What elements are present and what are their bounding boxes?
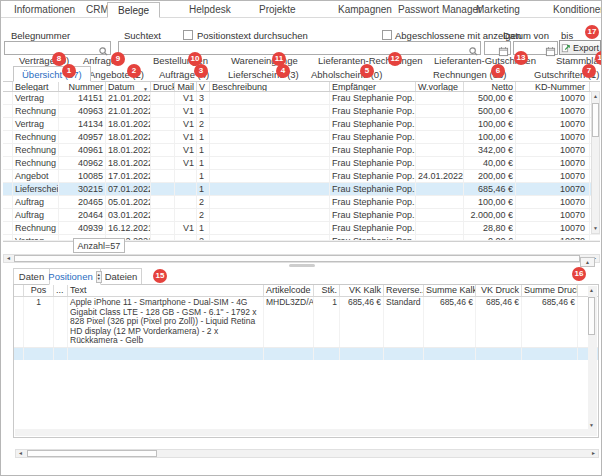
document-row[interactable]: Rechnung 40939 16.12.2021 V1 1 Frau Step… — [3, 222, 600, 235]
row-selector-cell[interactable] — [3, 209, 13, 221]
main-tab[interactable]: Projekte — [259, 4, 296, 15]
document-row[interactable]: Vertrag 14151 21.01.2022 V1 3 Frau Steph… — [3, 92, 600, 105]
documents-vertical-scrollbar[interactable]: ▲ ▼ — [591, 91, 600, 234]
sort-descending-icon[interactable]: ▼ — [143, 84, 148, 91]
scroll-right-icon[interactable]: ► — [589, 450, 598, 457]
column-header-druck[interactable]: Druck — [151, 82, 175, 91]
document-row[interactable]: Rechnung 40963 21.01.2022 V1 1 Frau Step… — [3, 105, 600, 118]
column-header-nummer[interactable]: Nummer — [59, 82, 106, 91]
row-selector-cell[interactable] — [3, 92, 13, 104]
row-selector-cell[interactable] — [3, 144, 13, 156]
position-row[interactable]: 1 Apple iPhone 11 - Smartphone - Dual-SI… — [14, 297, 598, 348]
column-header-kdnummer[interactable]: KD-Nummer — [516, 82, 590, 91]
position-row[interactable] — [14, 348, 598, 360]
cell-netto: 342,00 € — [464, 144, 516, 156]
documents-horizontal-scrollbar[interactable]: ◄ ► — [3, 254, 600, 263]
column-header-reverse[interactable]: Reverse... — [384, 285, 424, 296]
cell-empfaenger: Frau Stephanie Pop... — [330, 222, 416, 234]
column-header-v[interactable]: V — [197, 82, 210, 91]
column-header-artikelcode[interactable]: Artikelcode — [264, 285, 314, 296]
doc-tab[interactable]: Übersicht (57) — [13, 66, 91, 82]
detail-tab[interactable]: Positionen ▲▼ — [49, 268, 101, 285]
scrollbar-thumb[interactable] — [14, 255, 580, 262]
column-header-text[interactable]: Text — [68, 285, 264, 296]
splitter-handle[interactable] — [289, 264, 315, 267]
row-selector-cell[interactable] — [14, 297, 24, 347]
main-tab[interactable]: Konditionen — [553, 4, 602, 15]
document-row[interactable]: Rechnung 40962 18.01.2022 V1 1 Frau Step… — [3, 157, 600, 170]
main-tab[interactable]: Kampagnen — [338, 4, 392, 15]
export-button[interactable]: Export — [559, 40, 601, 55]
column-header-belegart[interactable]: Belegart — [13, 82, 59, 91]
row-selector-cell[interactable] — [3, 222, 13, 234]
cell-nummer: 14134 — [59, 118, 106, 130]
row-selector-cell[interactable] — [3, 196, 13, 208]
scroll-left-icon[interactable]: ◄ — [16, 450, 25, 457]
cell-kdnummer: 10070 — [516, 196, 590, 208]
positions-vertical-scrollbar[interactable]: ▲ ▼ — [588, 286, 597, 430]
column-header-beschreibung[interactable]: Beschreibung — [210, 82, 330, 91]
abgeschlossene-checkbox[interactable] — [382, 30, 392, 40]
main-tab[interactable]: Belege — [107, 2, 160, 18]
cell-text: Apple iPhone 11 - Smartphone - Dual-SIM … — [68, 297, 264, 347]
datum-von-field[interactable] — [484, 41, 511, 55]
document-row[interactable]: Rechnung 40961 18.01.2022 V1 1 Frau Step… — [3, 144, 600, 157]
row-selector-cell[interactable] — [3, 105, 13, 117]
column-header-datum[interactable]: Datum▼ — [106, 82, 151, 91]
column-header-mail[interactable]: Mail — [175, 82, 197, 91]
scrollbar-thumb[interactable] — [588, 297, 595, 335]
main-tab[interactable]: Informationen — [14, 4, 75, 15]
cell-v: 2 — [197, 209, 210, 221]
row-selector-cell[interactable] — [3, 170, 13, 182]
cell-datum: 16.12.2021 — [106, 222, 151, 234]
scroll-up-icon[interactable]: ▲ — [592, 92, 599, 101]
column-header-dots[interactable]: ... — [54, 285, 68, 296]
column-header-vk-kalk[interactable]: VK Kalk — [340, 285, 384, 296]
doc-tab[interactable]: Wareneingänge — [231, 55, 298, 66]
suchtext-field[interactable] — [118, 41, 481, 55]
document-row[interactable]: Lieferschein 30215 07.01.2022 1 Frau Ste… — [3, 183, 600, 196]
main-tab[interactable]: Marketing — [476, 4, 520, 15]
main-tab[interactable]: Helpdesk — [189, 4, 231, 15]
row-selector-cell[interactable] — [3, 131, 13, 143]
collapse-panel-button[interactable]: ▲ — [580, 257, 595, 267]
row-selector-cell[interactable] — [3, 235, 13, 240]
document-row[interactable]: Auftrag 20465 05.01.2022 2 Frau Stephani… — [3, 196, 600, 209]
positions-scroll-track[interactable] — [15, 429, 597, 436]
scroll-up-icon[interactable]: ▲ — [588, 286, 595, 295]
main-tab[interactable]: Passwort Manager — [398, 4, 481, 15]
cell-mail: V1 — [175, 118, 197, 130]
document-row[interactable]: Vertrag 14134 18.01.2022 V1 2 Frau Steph… — [3, 118, 600, 131]
column-header-summe-druck[interactable]: Summe Druck — [522, 285, 578, 296]
scrollbar-thumb[interactable] — [592, 103, 599, 137]
cell-v: 2 — [197, 196, 210, 208]
column-header-vk-druck[interactable]: VK Druck — [476, 285, 522, 296]
cell-reverse: Standard — [384, 297, 424, 347]
spin-updown-icon[interactable]: ▲▼ — [96, 271, 102, 283]
column-header-stk[interactable]: Stk. — [314, 285, 340, 296]
calendar-icon[interactable] — [545, 43, 556, 54]
column-header-pos[interactable]: Pos — [24, 285, 54, 296]
column-header-empfaenger[interactable]: Empfänger — [330, 82, 416, 91]
row-selector-cell[interactable] — [14, 348, 24, 360]
positionstext-checkbox[interactable] — [183, 30, 193, 40]
detail-tab[interactable]: Dateien ▲▼ — [100, 268, 142, 285]
scrollbar-thumb[interactable] — [27, 450, 157, 457]
row-selector-cell[interactable] — [3, 183, 13, 195]
document-row[interactable]: Auftrag 20464 03.01.2022 2 Frau Stephani… — [3, 209, 600, 222]
row-selector-cell[interactable] — [3, 118, 13, 130]
document-row[interactable]: Rechnung 40957 18.01.2022 V1 1 Frau Step… — [3, 131, 600, 144]
row-selector-cell[interactable] — [3, 157, 13, 169]
cell-kdnummer: 10070 — [516, 131, 590, 143]
main-tab[interactable]: CRM — [86, 4, 109, 15]
detail-tab[interactable]: Daten ▲▼ — [13, 268, 50, 285]
calendar-icon[interactable] — [498, 43, 509, 54]
scroll-left-icon[interactable]: ◄ — [4, 255, 13, 262]
column-header-wvorlage[interactable]: W.vorlage — [416, 82, 464, 91]
column-header-netto[interactable]: Netto — [464, 82, 516, 91]
column-header-summe-kalk[interactable]: Summe Kalk — [424, 285, 476, 296]
document-row[interactable]: Angebot 10085 17.01.2022 1 Frau Stephani… — [3, 170, 600, 183]
scroll-down-icon[interactable]: ▼ — [592, 224, 599, 233]
detail-horizontal-scrollbar[interactable]: ◄ ► — [15, 449, 599, 458]
cell-datum: 18.01.2022 — [106, 131, 151, 143]
